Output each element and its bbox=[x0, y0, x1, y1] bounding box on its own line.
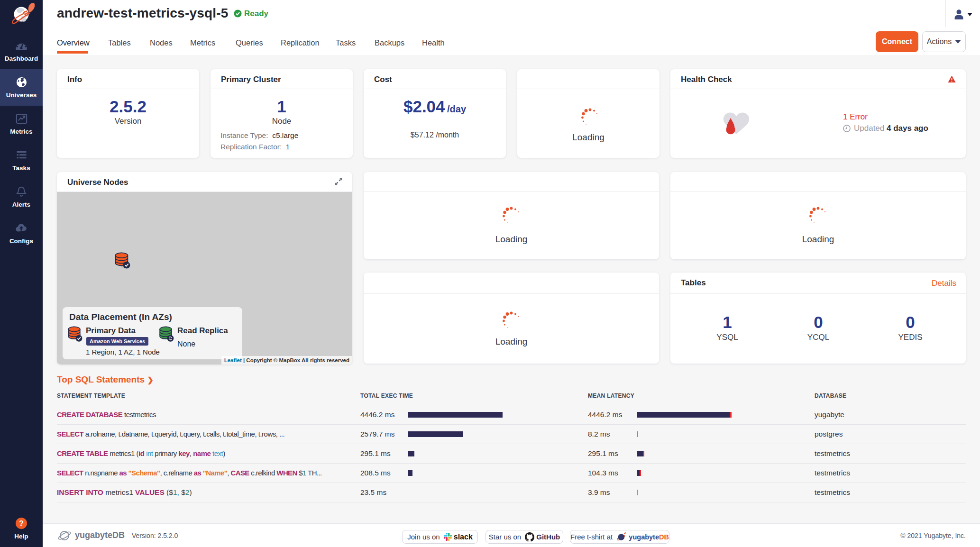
svg-text:?: ? bbox=[19, 520, 24, 528]
